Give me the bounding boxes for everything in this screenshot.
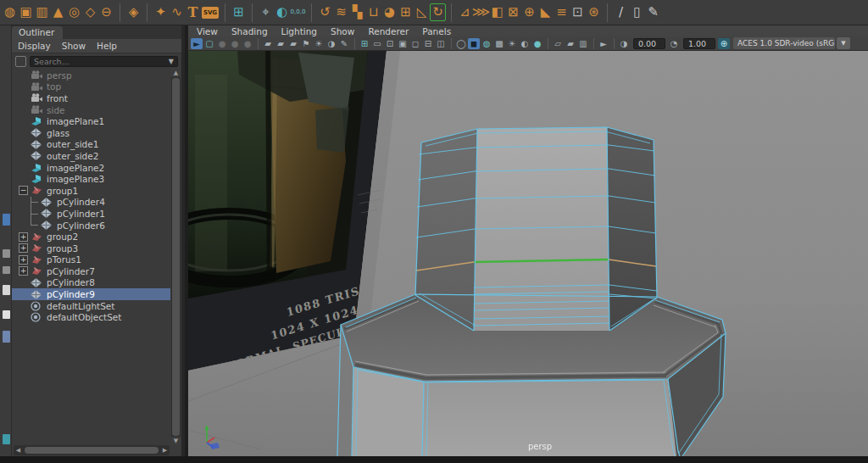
isolate-select-icon[interactable]: ► bbox=[598, 38, 609, 49]
colorspace-arrow[interactable]: ▼ bbox=[837, 37, 850, 49]
fill-hole-icon[interactable]: ⊞ bbox=[398, 3, 414, 22]
scroll-right-icon[interactable]: ▶ bbox=[160, 447, 170, 454]
viewport-menu-lighting[interactable]: Lighting bbox=[281, 26, 317, 36]
shadows-icon[interactable]: ◐ bbox=[519, 38, 531, 49]
exposure-icon[interactable]: ◑ bbox=[618, 38, 630, 49]
outliner-item-pCylinder8[interactable]: pCylinder8 bbox=[12, 277, 170, 289]
gamma-icon[interactable]: ◔ bbox=[668, 38, 680, 49]
layout-fragment-bottom[interactable] bbox=[3, 434, 10, 444]
snap-together-icon[interactable]: ◐ bbox=[274, 3, 290, 22]
wireframe-on-shaded-icon[interactable]: ◍ bbox=[481, 38, 492, 49]
expand-icon[interactable]: + bbox=[19, 266, 28, 276]
outliner-item-imagePlane2[interactable]: imagePlane2 bbox=[12, 162, 170, 174]
resolution-gate-icon[interactable]: ⊡ bbox=[384, 38, 396, 49]
filter-icon[interactable] bbox=[15, 56, 26, 67]
poly-disc-icon[interactable]: ⊖ bbox=[98, 3, 114, 22]
lasso-select-icon[interactable]: ▢ bbox=[203, 38, 215, 49]
paint-select-icon[interactable]: ● bbox=[216, 38, 228, 49]
expand-icon[interactable]: + bbox=[19, 243, 28, 253]
outliner-vertical-scrollbar[interactable]: ▲ ▼ bbox=[171, 69, 181, 445]
outliner-item-front[interactable]: front bbox=[12, 92, 170, 104]
poly-text-icon[interactable]: T bbox=[185, 3, 201, 22]
outliner-horizontal-scrollbar[interactable]: ◀ ▶ bbox=[14, 445, 170, 455]
viewport-menu-panels[interactable]: Panels bbox=[422, 26, 451, 36]
platonic-solid-icon[interactable]: ◈ bbox=[125, 3, 142, 22]
viewport-menu-view[interactable]: View bbox=[197, 26, 218, 36]
construction-plane-icon[interactable]: ⌖ bbox=[258, 3, 274, 22]
expand-icon[interactable]: + bbox=[19, 232, 28, 242]
scene-3d[interactable]: 1088 TRIS 1024 X 1024 FFUSE, NORMAL, SPE… bbox=[188, 51, 868, 456]
outliner-item-pCylinder1[interactable]: pCylinder1 bbox=[12, 208, 170, 220]
smooth-icon[interactable]: ≋ bbox=[333, 3, 349, 22]
outliner-item-pCylinder6[interactable]: pCylinder6 bbox=[12, 220, 170, 232]
new-camera-icon[interactable]: ▰ bbox=[275, 38, 287, 49]
outliner-item-pTorus1[interactable]: +pTorus1 bbox=[12, 254, 170, 266]
ambient-occlusion-icon[interactable]: ● bbox=[531, 38, 543, 49]
base-frontleft-face[interactable] bbox=[352, 367, 424, 456]
tool-fragment-scale[interactable] bbox=[3, 285, 10, 295]
lattice-icon[interactable]: ⊡ bbox=[570, 3, 586, 22]
use-all-lights-icon[interactable]: ☀ bbox=[506, 38, 518, 49]
rotate-active-icon[interactable]: ↻ bbox=[430, 3, 446, 21]
tool-fragment-select[interactable] bbox=[3, 214, 10, 226]
boolean-icon[interactable]: ◕ bbox=[381, 3, 398, 22]
mirror-icon[interactable]: ↺ bbox=[317, 3, 333, 22]
textured-mode-icon[interactable]: ▩ bbox=[493, 38, 505, 49]
outliner-item-pCylinder7[interactable]: +pCylinder7 bbox=[12, 265, 170, 277]
poly-cone-icon[interactable]: ▲ bbox=[50, 3, 66, 22]
outliner-item-outer_side1[interactable]: outer_side1 bbox=[12, 139, 170, 151]
shaded-mode-icon[interactable]: ◼ bbox=[468, 38, 480, 49]
pencil-edit-icon[interactable]: ✎ bbox=[338, 38, 350, 49]
poly-cube-icon[interactable]: ▣ bbox=[18, 3, 34, 22]
scroll-up-icon[interactable]: ▲ bbox=[171, 69, 181, 77]
curve-warp-icon[interactable]: ∿ bbox=[169, 3, 185, 22]
poly-cylinder-icon[interactable]: ▥ bbox=[34, 3, 50, 22]
reduce-icon[interactable]: ◺ bbox=[414, 3, 430, 22]
outliner-item-outer_side2[interactable]: outer_side2 bbox=[12, 150, 170, 162]
safe-action-icon[interactable]: ⊟ bbox=[422, 38, 434, 49]
outliner-item-glass[interactable]: glass bbox=[12, 127, 170, 139]
separate-icon[interactable]: ⊔ bbox=[365, 3, 381, 22]
bridge-icon[interactable]: ⊕ bbox=[521, 3, 537, 22]
viewport-menu-shading[interactable]: Shading bbox=[231, 26, 268, 36]
film-gate-icon[interactable]: ▭ bbox=[371, 38, 383, 49]
hypergraph-icon[interactable]: ● bbox=[229, 38, 241, 49]
sweep-mesh-icon[interactable]: ✦ bbox=[153, 3, 169, 22]
field-chart-icon[interactable]: ◻ bbox=[409, 38, 421, 49]
tool-fragment-lasttool[interactable] bbox=[3, 310, 10, 319]
edge-flow-icon[interactable]: ⋙ bbox=[473, 3, 489, 22]
crease-tool-icon[interactable]: ∕ bbox=[613, 3, 629, 22]
outliner-item-defaultLightSet[interactable]: defaultLightSet bbox=[12, 300, 170, 312]
colorspace-select[interactable]: ACES 1.0 SDR-video (sRGB) bbox=[733, 37, 835, 49]
tool-fragment-rotate[interactable] bbox=[3, 266, 10, 274]
layout-fragment-single[interactable] bbox=[3, 331, 10, 343]
extrude-icon[interactable]: ⊿ bbox=[457, 3, 473, 22]
safe-title-icon[interactable]: ◫ bbox=[435, 38, 447, 49]
scrollbar-thumb[interactable] bbox=[172, 78, 180, 436]
symmetry-icon[interactable]: ⊛ bbox=[586, 3, 602, 22]
outliner-item-pCylinder9[interactable]: pCylinder9 bbox=[12, 288, 170, 300]
flat-lighting-icon[interactable]: ◑ bbox=[326, 38, 337, 49]
camera-attributes-icon[interactable]: ▰ bbox=[287, 38, 299, 49]
outliner-item-pCylinder4[interactable]: pCylinder4 bbox=[12, 197, 170, 209]
two-sided-lighting-icon[interactable]: ☀ bbox=[313, 38, 325, 49]
scroll-down-icon[interactable]: ▼ bbox=[171, 437, 181, 445]
expand-icon[interactable]: + bbox=[19, 255, 28, 265]
outliner-item-group3[interactable]: +group3 bbox=[12, 243, 170, 254]
scrollbar-thumb[interactable] bbox=[25, 447, 159, 454]
outliner-item-persp[interactable]: persp bbox=[12, 70, 170, 81]
pencil-curve-icon[interactable]: ✎ bbox=[645, 3, 661, 22]
target-weld-icon[interactable]: ≡ bbox=[554, 3, 570, 22]
outliner-menu-show[interactable]: Show bbox=[62, 41, 86, 51]
poly-sphere-icon[interactable]: ◍ bbox=[2, 3, 18, 22]
poly-plane-icon[interactable]: ◇ bbox=[82, 3, 98, 22]
viewport-menu-renderer[interactable]: Renderer bbox=[368, 26, 409, 36]
outliner-tab[interactable]: Outliner bbox=[12, 26, 63, 39]
outliner-item-group2[interactable]: +group2 bbox=[12, 231, 170, 243]
color-management-icon[interactable]: ⊕ bbox=[718, 38, 730, 49]
scroll-left-icon[interactable]: ◀ bbox=[14, 447, 23, 454]
multi-cut-icon[interactable]: ◣ bbox=[537, 3, 554, 22]
outliner-item-imagePlane1[interactable]: imagePlane1 bbox=[12, 115, 170, 127]
svg-tool-icon[interactable]: SVG bbox=[202, 7, 219, 19]
viewport-menu-show[interactable]: Show bbox=[331, 26, 354, 36]
